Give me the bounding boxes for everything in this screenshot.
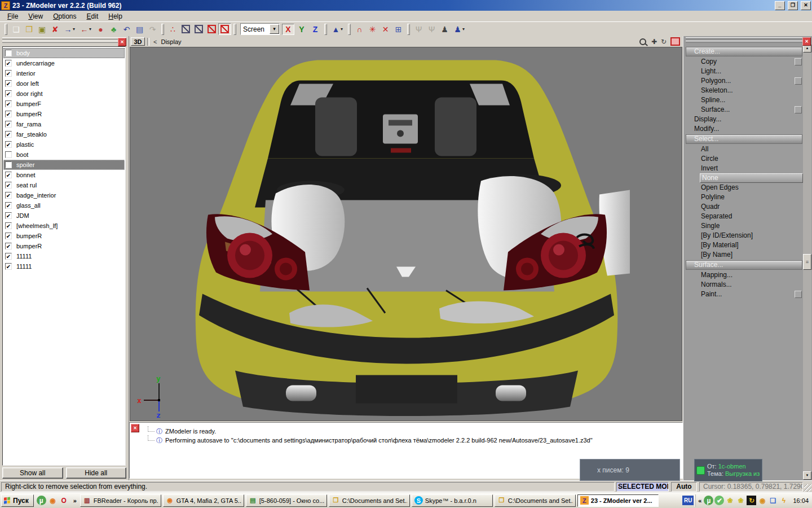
taskbar-task[interactable]: ❒C:\Documents and Set... <box>329 494 410 507</box>
undo-button[interactable]: ↶ <box>120 23 133 35</box>
viewport-back-arrow[interactable]: < <box>152 38 158 45</box>
taskbar-task[interactable]: ▥FBReader - Король пр... <box>80 494 161 507</box>
layer-checkbox[interactable]: ✔ <box>5 222 12 229</box>
layer-checkbox[interactable]: ✔ <box>5 243 12 249</box>
sync-tray-icon[interactable]: ↻ <box>747 496 756 505</box>
layer-row[interactable]: ✔badge_interior <box>3 190 125 200</box>
layer-row[interactable]: ✔bumperR <box>3 109 125 119</box>
toolbar-grip[interactable] <box>5 24 7 35</box>
scrollbar-thumb[interactable]: ≡ <box>803 254 811 270</box>
command-item[interactable]: Quadr <box>685 202 803 212</box>
layer-row[interactable]: ✔far_steaklo <box>3 129 125 139</box>
screen-select[interactable]: Screen ▾ <box>240 23 280 35</box>
zoom-tool-icon[interactable] <box>639 38 646 45</box>
command-item[interactable]: Paint... <box>685 290 803 299</box>
commands-scrollbar[interactable]: ▲ ≡ ▼ <box>803 44 811 480</box>
layer-row[interactable]: ✔[wheelmesh_lf] <box>3 221 125 231</box>
command-item[interactable]: Normals... <box>685 280 803 290</box>
layer-row[interactable]: ✔door right <box>3 89 125 99</box>
toolbar-grip[interactable] <box>348 24 351 35</box>
antivirus-tray-icon[interactable]: ✔ <box>714 496 724 505</box>
layer-checkbox[interactable]: ✔ <box>5 141 12 148</box>
command-toggle[interactable] <box>795 58 802 65</box>
command-item[interactable]: Separated <box>685 212 803 221</box>
command-toggle[interactable] <box>795 291 802 298</box>
command-item[interactable]: Single <box>685 221 803 231</box>
close-button[interactable]: ✕ <box>801 1 811 10</box>
command-item[interactable]: Light... <box>685 67 803 76</box>
viewport-maximize-button[interactable] <box>670 37 680 46</box>
messenger-flower-icon-2[interactable]: ❀ <box>736 496 745 505</box>
command-toggle[interactable] <box>795 77 802 85</box>
start-button[interactable]: Пуск <box>1 494 34 507</box>
taskbar-task[interactable]: ❒C:\Documents and Set... <box>495 494 576 507</box>
command-item[interactable]: Skeleton... <box>685 86 803 95</box>
command-item[interactable]: Modify... <box>685 124 803 134</box>
skin-tool-dropdown[interactable]: ▾ <box>462 27 467 32</box>
layer-row[interactable]: ✔door left <box>3 78 125 89</box>
polygons-level-button[interactable] <box>205 23 218 35</box>
material-sphere-button[interactable]: ● <box>94 23 107 35</box>
layer-row[interactable]: ✔plastic <box>3 139 125 150</box>
search-tray-icon[interactable]: ◉ <box>757 496 767 505</box>
layer-row[interactable]: ✔11111 <box>3 251 125 261</box>
layer-row[interactable]: ✔JDM <box>3 211 125 221</box>
layer-row[interactable]: ✔11111 <box>3 261 125 271</box>
layer-checkbox[interactable]: ✔ <box>5 233 12 239</box>
layer-checkbox[interactable]: ✔ <box>5 50 12 56</box>
layer-row[interactable]: boot <box>3 150 125 160</box>
toolbar-grip[interactable] <box>233 24 236 35</box>
command-header[interactable]: Create... <box>686 47 802 56</box>
layer-row[interactable]: ✔body <box>3 48 125 58</box>
layer-row[interactable]: ✔glass_all <box>3 200 125 211</box>
utorrent-quick-icon[interactable]: µ <box>37 496 46 505</box>
command-item[interactable]: None <box>700 173 803 183</box>
save-file-button[interactable]: ▣ <box>36 23 48 35</box>
quick-launch-overflow[interactable]: » <box>73 497 77 504</box>
command-item[interactable]: Copy <box>685 57 803 67</box>
commands-panel-close-button[interactable]: ✕ <box>802 37 811 46</box>
command-item[interactable]: [By Name] <box>685 250 803 260</box>
objects-level-button[interactable] <box>218 23 231 35</box>
layer-row[interactable]: ✔seat rul <box>3 180 125 190</box>
utorrent-tray-icon[interactable]: µ <box>704 496 713 505</box>
panel-grip[interactable] <box>2 41 126 43</box>
opera-quick-icon[interactable]: O <box>59 496 69 505</box>
command-item[interactable]: Open Edges <box>685 183 803 192</box>
toolbar-grip[interactable] <box>407 24 410 35</box>
layer-checkbox[interactable]: ✔ <box>5 70 12 77</box>
orbit-tool-icon[interactable]: ↻ <box>661 38 667 45</box>
layer-checkbox[interactable] <box>5 151 12 158</box>
command-item[interactable]: [By Material] <box>685 240 803 250</box>
taskbar-task[interactable]: ◉GTA 4, Mafia 2, GTA 5... <box>163 494 244 507</box>
minimize-button[interactable]: _ <box>775 1 785 10</box>
network-tray-icon[interactable]: ❑ <box>768 496 778 505</box>
vertices-level-button[interactable]: ∴ <box>166 23 179 35</box>
delete-button[interactable]: ✘ <box>48 23 61 35</box>
layer-row[interactable]: ✔bumperR <box>3 241 125 251</box>
snap-edge-button[interactable]: ✕ <box>379 23 392 35</box>
layer-checkbox[interactable]: ✔ <box>5 100 12 107</box>
layer-checkbox[interactable]: ✔ <box>5 192 12 199</box>
new-file-button[interactable]: ❏ <box>10 23 23 35</box>
panel-grip[interactable] <box>2 37 126 40</box>
winamp-tray-icon[interactable]: ϟ <box>779 496 788 505</box>
layer-list[interactable]: ✔body✔undercarriage✔interior✔door left✔d… <box>2 46 126 466</box>
menu-view[interactable]: View <box>23 12 48 21</box>
viewport-mode-label[interactable]: Display <box>161 38 181 45</box>
taskbar-task[interactable]: Z23 - ZModeler ver 2... <box>577 494 659 507</box>
command-toggle[interactable] <box>795 106 802 113</box>
layer-row[interactable]: ✔far_rama <box>3 119 125 129</box>
pan-tool-icon[interactable]: ✚ <box>651 38 657 45</box>
auto-badge[interactable]: Auto <box>671 482 697 492</box>
menu-edit[interactable]: Edit <box>82 12 104 21</box>
command-item[interactable]: Polyline <box>685 192 803 202</box>
layer-checkbox[interactable]: ✔ <box>5 111 12 117</box>
command-item[interactable]: Mapping... <box>685 270 803 280</box>
toolbar-grip[interactable] <box>324 24 327 35</box>
firefox-quick-icon[interactable]: ◉ <box>48 496 58 505</box>
command-item[interactable]: All <box>685 144 803 154</box>
restore-button[interactable]: ❐ <box>788 1 798 10</box>
command-item[interactable]: Polygon... <box>685 76 803 86</box>
command-item[interactable]: Circle <box>685 154 803 164</box>
